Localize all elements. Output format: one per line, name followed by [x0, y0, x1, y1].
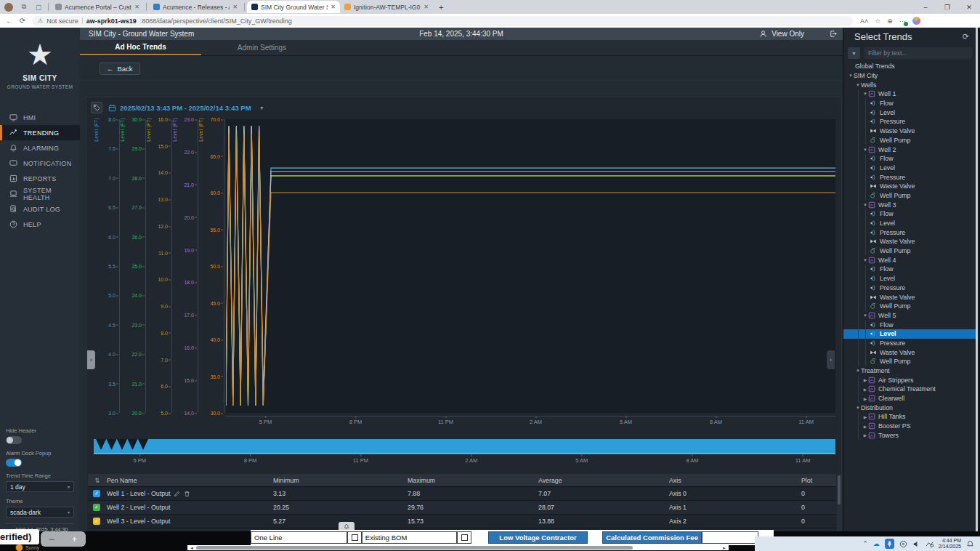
tree-item-level[interactable]: Level [843, 108, 978, 117]
excel-cell-one-line[interactable]: One Line [251, 531, 347, 544]
tree-item-pressure[interactable]: Pressure [843, 172, 978, 182]
workspaces-icon[interactable]: ⧉ [20, 3, 28, 12]
filter-input[interactable] [864, 47, 972, 59]
hide-header-toggle[interactable] [6, 436, 22, 444]
tree-item-treatment[interactable]: ▼Treatment [843, 366, 978, 376]
tray-clock[interactable]: 4:44 PM 2/14/2025 [939, 538, 961, 550]
chevron-down-icon[interactable]: ▼ [855, 406, 861, 410]
chevron-down-icon[interactable]: ▼ [862, 203, 868, 207]
copilot-icon[interactable] [912, 17, 920, 25]
tree-item-towers[interactable]: ▶Towers [843, 431, 978, 441]
column-header-average[interactable]: Average [538, 477, 669, 484]
excel-cell-low-voltage-contractor[interactable]: Low Voltage Contractor [488, 531, 588, 544]
chevron-right-icon[interactable]: ▶ [862, 424, 868, 429]
tree-item-level[interactable]: Level [843, 164, 978, 173]
column-header-minimum[interactable]: Minimum [273, 477, 408, 484]
window-restore-button[interactable]: ❐ [936, 4, 958, 11]
tree-item-booster-ps[interactable]: ▶Booster PS [843, 422, 978, 431]
refresh-nav-icon[interactable]: ⟳ [16, 17, 29, 25]
chevron-down-icon[interactable]: ▼ [862, 258, 868, 262]
tree-item-sim-city[interactable]: ▼SIM City [843, 71, 978, 81]
tree-item-well-4[interactable]: ▼Well 4 [843, 255, 978, 265]
tab-close-icon[interactable]: ✕ [424, 4, 429, 10]
tree-item-global-trends[interactable]: Global Trends [843, 62, 978, 71]
trend-chart[interactable]: Level (FT)8.07.57.06.56.05.55.04.54.03.5… [94, 115, 835, 432]
tree-item-waste-valve[interactable]: Waste Valve [843, 237, 978, 246]
tag-button[interactable] [91, 102, 102, 113]
tree-item-waste-valve[interactable]: Waste Valve [843, 292, 978, 302]
tree-item-waste-valve[interactable]: Waste Valve [843, 126, 978, 136]
chevron-right-icon[interactable]: ▶ [862, 433, 868, 438]
tab-close-icon[interactable]: ✕ [134, 4, 139, 10]
chevron-right-icon[interactable]: ▶ [862, 396, 868, 401]
chevron-down-icon[interactable]: ▼ [848, 73, 854, 78]
microphone-icon[interactable] [885, 539, 894, 549]
excel-cell-existing-bom[interactable]: Existing BOM [362, 531, 457, 544]
tree-item-flow[interactable]: Flow [843, 320, 978, 329]
pen-row-well-3-level-output[interactable]: ✓ Well 3 - Level - Output 5.2715.73 13.8… [88, 515, 836, 528]
pen-checkbox[interactable]: ✓ [93, 518, 100, 525]
excel-strip[interactable]: One LineExisting BOMLow Voltage Contract… [251, 530, 774, 545]
collapse-right-arrow[interactable]: › [827, 350, 835, 369]
plot-area[interactable] [226, 119, 835, 413]
pen-row-well-1-level-output[interactable]: ✓ Well 1 - Level - Output 3.137.88 7.07A… [88, 487, 836, 501]
tree-item-clearwell[interactable]: ▶Clearwell [843, 394, 978, 403]
tree-item-level[interactable]: Level [843, 329, 978, 339]
browser-profile-avatar[interactable] [4, 3, 13, 12]
new-tab-button[interactable]: + [439, 3, 443, 12]
alarm-dock-toggle[interactable] [6, 459, 22, 467]
sidebar-item-notification[interactable]: NOTIFICATION [0, 156, 80, 171]
tree-item-wells[interactable]: ▼Wells [843, 80, 978, 89]
sidebar-item-trending[interactable]: TRENDING [0, 125, 80, 140]
zoom-in-button[interactable]: + [72, 534, 77, 544]
tree-item-pressure[interactable]: Pressure [843, 228, 978, 237]
pen-checkbox[interactable]: ✓ [93, 490, 100, 497]
tree-item-flow[interactable]: Flow [843, 209, 978, 219]
pen-row-well-2-level-output[interactable]: ✓ Well 2 - Level - Output 20.2529.76 28.… [88, 501, 836, 515]
tree-item-well-pump[interactable]: Well Pump [843, 191, 978, 201]
network-battery-icon[interactable] [926, 540, 934, 548]
sign-in-icon[interactable] [829, 30, 837, 38]
tab-admin-settings[interactable]: Admin Settings [201, 40, 323, 55]
tree-item-well-pump[interactable]: Well Pump [843, 136, 978, 145]
tree-item-level[interactable]: Level [843, 274, 978, 283]
trash-icon[interactable] [184, 491, 190, 497]
back-button[interactable]: ← Back [100, 63, 140, 75]
tree-item-distribution[interactable]: ▼Distribution [843, 403, 978, 412]
theme-select[interactable]: scada-dark▾ [6, 507, 74, 518]
browser-menu-icon[interactable]: ⋯ [899, 17, 906, 25]
window-close-button[interactable]: ✕ [958, 4, 980, 11]
notification-bell-icon[interactable] [966, 540, 974, 548]
column-header-maximum[interactable]: Maximum [408, 477, 538, 484]
chevron-down-icon[interactable]: ▼ [862, 148, 868, 152]
tree-item-well-1[interactable]: ▼Well 1 [843, 89, 978, 99]
tree-item-pressure[interactable]: Pressure [843, 339, 978, 348]
chevron-right-icon[interactable]: ▶ [862, 387, 868, 392]
back-nav-icon[interactable]: ← [3, 17, 16, 25]
chevron-down-icon[interactable]: ▼ [862, 313, 868, 318]
zoom-out-button[interactable]: – [49, 534, 54, 544]
scroll-left-arrow[interactable]: ◄ [187, 546, 196, 550]
address-bar[interactable]: ⚠ Not secure aw-sprk01-ws19 :8088/data/p… [32, 16, 853, 26]
favorites-star-icon[interactable]: ☆ [875, 17, 880, 25]
pencil-icon[interactable] [174, 491, 180, 497]
scroll-right-arrow[interactable]: ► [720, 546, 729, 550]
browser-tab-acumence-releases-all-docum[interactable]: Acumence - Releases - All Docum ✕ [149, 1, 242, 13]
tree-item-well-pump[interactable]: Well Pump [843, 246, 978, 256]
column-header-axis[interactable]: Axis [669, 477, 801, 484]
window-minimize-button[interactable]: – [915, 4, 936, 11]
tree-item-flow[interactable]: Flow [843, 265, 978, 274]
browser-tab-sim-city-ground-water-system[interactable]: SIM City Ground Water System ✕ [247, 1, 340, 13]
tree-item-chemical-treatment[interactable]: ▶Chemical Treatment [843, 385, 978, 394]
sidebar-item-help[interactable]: HELP [0, 217, 80, 232]
sidebar-item-alarming[interactable]: ALARMING [0, 140, 80, 156]
tree-item-pressure[interactable]: Pressure [843, 117, 978, 126]
scrollbar-thumb[interactable] [196, 546, 633, 550]
tree-item-well-pump[interactable]: Well Pump [843, 302, 978, 311]
browser-tab-ignition-aw-templ-ig01-igniti[interactable]: Ignition-AW-TEMPL-IG01 - Igniti ✕ [340, 1, 433, 13]
excel-cell-calculated-commission-fee[interactable]: Calculated Commission Fee [602, 531, 702, 544]
tree-item-flow[interactable]: Flow [843, 154, 978, 164]
chevron-right-icon[interactable]: ▶ [862, 414, 868, 419]
read-aloud-icon[interactable]: A˄ [860, 17, 868, 25]
column-header-plot[interactable]: Plot [801, 477, 836, 484]
